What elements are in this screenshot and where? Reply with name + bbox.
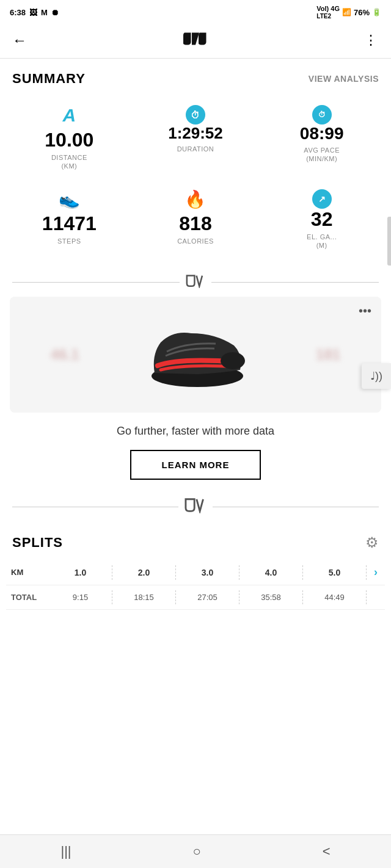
more-menu-button[interactable]: ⋮ [364,32,379,48]
status-battery: 76% [354,8,370,17]
go-further-section: Go further, faster with more data LEARN … [0,413,391,486]
split-col-5: 5.0 [303,565,367,580]
elevation-icon: ↗ [312,189,332,209]
split-val-1: 9:15 [49,590,112,604]
split-col-1: 1.0 [49,565,112,580]
shoe-card: ••• 46.1 1 [10,297,381,413]
elevation-label: EL. GA...(M) [307,233,337,250]
duration-label: DURATION [177,145,214,153]
steps-icon: 👟 [59,189,80,209]
status-record-icon: ⏺ [51,8,59,17]
shoe-image [136,309,258,400]
splits-table: KM 1.0 2.0 3.0 4.0 5.0 › TOTAL 9:15 18:1… [0,560,391,610]
divider-line-left [12,282,180,283]
stat-calories: 🔥 818 CALORIES [133,183,259,256]
splits-total-label: TOTAL [6,593,49,602]
split-val-4: 35:58 [239,590,303,604]
stat-elevation: ↗ 32 EL. GA...(M) [258,183,385,256]
status-bar: 6:38 🖼 M ⏺ Vol) 4GLTE2 📶 76% 🔋 [0,0,391,22]
calories-value: 818 [179,213,211,234]
split-col-4: 4.0 [239,565,303,580]
split-val-5: 44:49 [303,590,367,604]
distance-label: DISTANCE(KM) [51,153,87,171]
logo-divider-2 [0,486,391,522]
shoe-stat-left: 46.1 [51,346,79,363]
splits-column-headers: KM 1.0 2.0 3.0 4.0 5.0 › [6,560,385,585]
distance-icon: A [62,105,76,126]
shoe-stat-right: 181 [316,346,340,363]
distance-value: 10.00 [45,129,93,151]
steps-value: 11471 [42,213,97,234]
duration-icon: ⏱ [186,105,205,125]
status-photo-icon: 🖼 [29,8,37,17]
stat-avg-pace: ⏱ 08:99 AVG PACE(MIN/KM) [258,99,385,177]
nav-back-gesture[interactable]: ||| [60,844,71,859]
split-val-2: 18:15 [112,590,176,604]
divider-ua-logo-2 [185,498,206,516]
back-button[interactable]: ← [12,32,27,49]
split-col-2: 2.0 [112,565,176,580]
status-signal-label: Vol) 4GLTE2 [316,5,340,20]
elevation-value: 32 [311,209,333,230]
splits-header: SPLITS ⚙ [0,522,391,560]
logo-divider-1 [0,269,391,297]
ua-logo: ⌁ [180,28,211,52]
avg-pace-icon: ⏱ [312,105,332,125]
steps-label: STEPS [57,237,81,245]
splits-km-label: KM [6,568,49,577]
svg-point-2 [221,352,245,369]
stat-distance: A 10.00 DISTANCE(KM) [6,99,133,177]
nav-forward-gesture[interactable]: < [323,844,331,859]
split-val-3: 27:05 [176,590,239,604]
splits-total-row: TOTAL 9:15 18:15 27:05 35:58 44:49 [6,585,385,610]
calories-icon: 🔥 [185,189,206,209]
stat-steps: 👟 11471 STEPS [6,183,133,256]
status-wifi-icon: 📶 [342,8,351,16]
splits-settings-button[interactable]: ⚙ [365,534,379,551]
summary-header: SUMMARY VIEW ANALYSIS [0,59,391,93]
view-analysis-button[interactable]: VIEW ANALYSIS [309,74,379,84]
learn-more-button[interactable]: LEARN MORE [130,450,261,480]
scroll-indicator [387,217,391,266]
status-time: 6:38 [10,8,26,17]
music-widget[interactable]: ♩)) [362,363,391,389]
music-icon: ♩)) [370,370,382,382]
calories-label: CALORIES [177,237,214,245]
avg-pace-value: 08:99 [300,125,344,143]
avg-pace-label: AVG PACE(MIN/KM) [304,146,340,164]
split-col-3: 3.0 [176,565,239,580]
shoe-more-button[interactable]: ••• [359,304,371,318]
top-nav: ← ⌁ ⋮ [0,22,391,59]
summary-title: SUMMARY [12,71,86,87]
divider-ua-logo [186,275,205,291]
divider-line-right [211,282,379,283]
stats-grid: A 10.00 DISTANCE(KM) ⏱ 1:29:52 DURATION … [0,93,391,269]
splits-arrow-icon[interactable]: › [367,566,385,579]
status-battery-icon: 🔋 [372,8,381,16]
status-mail-icon: M [41,8,48,17]
splits-title: SPLITS [12,535,63,551]
divider-line-right-2 [213,507,379,507]
bottom-nav-bar: ||| ○ < [0,834,391,868]
go-further-text: Go further, faster with more data [12,425,379,438]
stat-duration: ⏱ 1:29:52 DURATION [133,99,259,177]
nav-home-gesture[interactable]: ○ [192,844,200,859]
divider-line-left-2 [12,507,178,507]
svg-text:⌁: ⌁ [183,32,190,45]
duration-value: 1:29:52 [168,125,223,142]
